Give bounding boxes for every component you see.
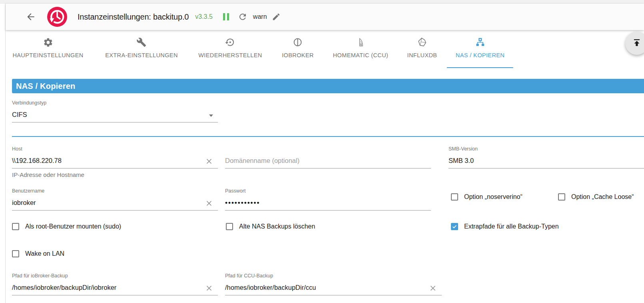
tab-haupteinstellungen[interactable]: HAUPTEINSTELLUNGEN xyxy=(12,35,83,68)
field-label: Passwort xyxy=(225,188,431,194)
tab-nas-kopieren[interactable]: NAS / KOPIEREN xyxy=(456,35,504,68)
field-label: Pfad für CCU-Backup xyxy=(225,273,442,279)
back-button[interactable] xyxy=(26,12,36,22)
backitup-clock-icon xyxy=(47,7,67,27)
smb-version-select[interactable]: SMB-Version SMB 3.0 xyxy=(449,146,644,169)
field-label: Pfad für ioBroker-Backup xyxy=(12,273,218,279)
field-underline xyxy=(12,295,218,295)
field-value: iobroker xyxy=(12,199,218,207)
checkbox-wake-on-lan[interactable]: Wake on LAN xyxy=(12,250,64,257)
homematic-icon xyxy=(333,37,389,48)
pause-icon[interactable] xyxy=(223,13,229,20)
tab-wiederherstellen[interactable]: WIEDERHERSTELLEN xyxy=(198,35,262,68)
x-clear-icon[interactable] xyxy=(205,199,213,207)
field-underline xyxy=(225,168,431,169)
checkbox-option-cache-loose[interactable]: Option „Cache Loose“ xyxy=(558,193,634,201)
instance-settings-page: Instanzeinstellungen: backitup.0 v3.3.5 … xyxy=(0,0,644,303)
tab-label: NAS / KOPIEREN xyxy=(456,52,504,58)
tab-influxdb[interactable]: INFLUXDB xyxy=(407,35,437,68)
field-underline xyxy=(12,122,218,122)
section-title: NAS / Kopieren xyxy=(16,82,75,91)
section-header: NAS / Kopieren xyxy=(12,79,644,93)
tab-homematic-ccu[interactable]: HOMEMATIC (CCU) xyxy=(333,35,389,68)
checkbox-label: Option „Cache Loose“ xyxy=(571,193,634,201)
top-strip xyxy=(0,0,644,4)
checkbox-option-noserverino[interactable]: Option „noserverino“ xyxy=(451,193,522,201)
network-sitemap-icon xyxy=(456,37,504,48)
field-value: /homes/iobroker/backupDir/ccu xyxy=(225,284,442,292)
tab-label: HAUPTEINSTELLUNGEN xyxy=(12,52,83,58)
field-value: \\192.168.220.78 xyxy=(12,157,218,165)
tab-extra-einstellungen[interactable]: EXTRA-EINSTELLUNGEN xyxy=(105,35,178,68)
dialog-left-border xyxy=(5,4,6,303)
x-clear-icon[interactable] xyxy=(429,284,437,292)
tab-label: WIEDERHERSTELLEN xyxy=(198,52,262,58)
page-title: Instanzeinstellungen: backitup.0 xyxy=(78,12,189,22)
field-underline xyxy=(225,210,431,211)
field-label: SMB-Version xyxy=(449,146,644,152)
power-circle-icon xyxy=(282,37,314,48)
field-helper: IP-Adresse oder Hostname xyxy=(12,171,218,178)
field-underline xyxy=(12,168,218,169)
checkbox-box xyxy=(558,193,565,201)
field-label xyxy=(225,146,431,152)
field-underline xyxy=(449,168,644,169)
checkbox-label: Alte NAS Backups löschen xyxy=(239,223,315,230)
gear-icon xyxy=(12,37,83,48)
tab-label: EXTRA-EINSTELLUNGEN xyxy=(105,52,178,58)
checkbox-label: Extrapfade für alle Backup-Typen xyxy=(464,223,559,230)
checkbox-delete-old-nas-backups[interactable]: Alte NAS Backups löschen xyxy=(226,223,315,230)
x-clear-icon[interactable] xyxy=(205,284,213,292)
username-field[interactable]: Benutzername iobroker xyxy=(12,188,218,211)
path-ccu-backup-field[interactable]: Pfad für CCU-Backup /homes/iobroker/back… xyxy=(225,273,442,295)
tab-label: IOBROKER xyxy=(282,52,314,58)
checkbox-extra-paths[interactable]: Extrapfade für alle Backup-Typen xyxy=(451,223,559,230)
arrow-to-top-icon xyxy=(632,37,642,49)
tab-label: INFLUXDB xyxy=(407,52,437,58)
log-level-text: warn xyxy=(253,13,267,20)
app-bar: Instanzeinstellungen: backitup.0 v3.3.5 … xyxy=(6,4,644,30)
connection-type-select[interactable]: Verbindungstyp CIFS xyxy=(12,100,218,122)
checkbox-label: Wake on LAN xyxy=(25,250,64,257)
checkbox-box xyxy=(12,250,19,257)
wrench-icon xyxy=(105,37,178,48)
checkbox-box xyxy=(12,223,19,230)
field-value: SMB 3.0 xyxy=(449,157,644,165)
path-iobroker-backup-field[interactable]: Pfad für ioBroker-Backup /homes/iobroker… xyxy=(12,273,218,295)
domain-field[interactable]: Domänenname (optional) xyxy=(225,146,431,169)
checkbox-mount-as-root[interactable]: Als root-Benutzer mounten (sudo) xyxy=(12,223,121,230)
checkbox-box xyxy=(451,193,458,201)
field-value: /homes/iobroker/backupDir/iobroker xyxy=(12,284,218,292)
field-placeholder: Domänenname (optional) xyxy=(225,157,431,165)
field-label: Verbindungstyp xyxy=(12,100,218,106)
field-value: CIFS xyxy=(12,111,218,119)
checkbox-box xyxy=(451,223,458,230)
field-value-masked: ••••••••••• xyxy=(225,199,431,207)
adapter-version: v3.3.5 xyxy=(195,13,213,20)
field-underline xyxy=(225,295,442,295)
checkbox-label: Als root-Benutzer mounten (sudo) xyxy=(25,223,121,230)
host-field[interactable]: Host \\192.168.220.78 IP-Adresse oder Ho… xyxy=(12,146,218,178)
field-label: Host xyxy=(12,146,218,152)
field-underline xyxy=(12,210,218,211)
pencil-icon[interactable] xyxy=(272,12,281,21)
refresh-icon[interactable] xyxy=(238,12,247,22)
password-field[interactable]: Passwort ••••••••••• xyxy=(225,188,431,211)
tab-label: HOMEMATIC (CCU) xyxy=(333,52,389,58)
field-label: Benutzername xyxy=(12,188,218,194)
tab-iobroker[interactable]: IOBROKER xyxy=(282,35,314,68)
section-divider xyxy=(12,136,644,137)
scroll-to-top-button[interactable] xyxy=(625,32,644,55)
x-clear-icon[interactable] xyxy=(205,157,213,165)
checkbox-box xyxy=(226,223,233,230)
checkbox-label: Option „noserverino“ xyxy=(464,193,522,201)
chevron-down-icon[interactable] xyxy=(209,114,213,117)
influxdb-gem-icon xyxy=(407,37,437,48)
backup-restore-icon xyxy=(198,37,262,48)
